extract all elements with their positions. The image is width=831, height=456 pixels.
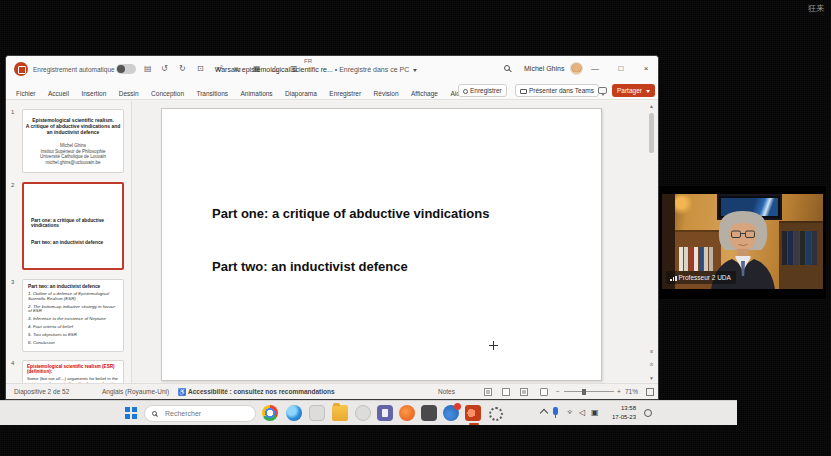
signal-bars-icon bbox=[670, 276, 677, 282]
previous-slide-icon[interactable]: « bbox=[648, 347, 655, 356]
tab-enregistrer[interactable]: Enregistrer bbox=[325, 85, 365, 97]
document-title[interactable]: Warsaw epistemological scientific re... … bbox=[146, 66, 486, 73]
tab-diaporama[interactable]: Diaporama bbox=[281, 85, 321, 97]
thumb4-heading: Epistemological scientific realism (ESR)… bbox=[27, 364, 119, 374]
clock-date: 17-05-23 bbox=[600, 413, 636, 422]
status-bar: Diapositive 2 de 52 Anglais (Royaume-Uni… bbox=[6, 383, 658, 399]
slideshow-view-icon[interactable] bbox=[540, 388, 548, 396]
thumb3-item: 5. Two objections to ESR bbox=[28, 333, 119, 338]
zoom-slider-knob[interactable] bbox=[582, 389, 586, 395]
webcam-overlay[interactable]: Professeur 2 UDA bbox=[659, 186, 826, 299]
slide-counter: Diapositive 2 de 52 bbox=[14, 388, 69, 395]
account-name[interactable]: Michel Ghins bbox=[524, 65, 564, 72]
slide-thumbnail-3[interactable]: Part two: an inductivist defence 1. Outl… bbox=[22, 279, 124, 352]
slide-text-part-one: Part one: a critique of abductive vindic… bbox=[212, 206, 489, 221]
tab-dessin[interactable]: Dessin bbox=[115, 85, 143, 97]
minimize-button[interactable]: — bbox=[586, 61, 604, 77]
file-explorer-icon[interactable] bbox=[332, 405, 348, 421]
powerpoint-taskbar-icon[interactable] bbox=[465, 405, 481, 421]
scroll-down-icon[interactable]: ▼ bbox=[645, 375, 658, 381]
next-slide-icon[interactable]: « bbox=[648, 360, 655, 369]
autosave-toggle[interactable] bbox=[116, 64, 136, 74]
slide-thumbnail-4[interactable]: Epistemological scientific realism (ESR)… bbox=[22, 360, 124, 383]
slide-thumbnail-2-selected[interactable]: Part one: a critique of abductive vindic… bbox=[22, 182, 124, 270]
thumb1-email: michel.ghins@uclouvain.be bbox=[23, 160, 123, 166]
normal-view-icon[interactable] bbox=[484, 388, 492, 396]
maximize-button[interactable]: □ bbox=[612, 61, 630, 77]
crosshair-cursor bbox=[489, 341, 498, 350]
camera-tray-icon[interactable]: ▣ bbox=[591, 408, 599, 417]
tray-chevron-up-icon[interactable] bbox=[540, 409, 548, 417]
share-button[interactable]: Partager bbox=[612, 84, 655, 97]
thumb3-heading: Part two: an inductivist defence bbox=[28, 284, 123, 289]
app-icon-gray[interactable] bbox=[309, 405, 325, 421]
slide-canvas[interactable]: Part one: a critique of abductive vindic… bbox=[161, 108, 602, 381]
search-input[interactable] bbox=[163, 407, 251, 420]
tab-animations[interactable]: Animations bbox=[236, 85, 276, 97]
settings-gear-icon[interactable] bbox=[487, 405, 503, 421]
chrome-icon[interactable] bbox=[262, 405, 278, 421]
vertical-scrollbar[interactable]: ▲ « « ▼ bbox=[645, 101, 658, 383]
scrollbar-thumb[interactable] bbox=[649, 113, 654, 153]
tab-insertion[interactable]: Insertion bbox=[77, 85, 110, 97]
start-button[interactable] bbox=[125, 407, 137, 419]
search-icon[interactable] bbox=[504, 65, 510, 71]
comments-icon[interactable] bbox=[598, 87, 607, 94]
tab-transitions[interactable]: Transitions bbox=[192, 85, 232, 97]
powerpoint-logo-icon bbox=[14, 62, 28, 76]
thumb-number: 3 bbox=[11, 279, 14, 285]
taskbar-search[interactable] bbox=[144, 405, 256, 422]
sorter-view-icon[interactable] bbox=[502, 388, 510, 396]
record-button[interactable]: Enregistrer bbox=[458, 84, 507, 97]
windows-taskbar: ᯤ ◁ ▣ 13:58 17-05-23 bbox=[0, 400, 737, 425]
tab-affichage[interactable]: Affichage bbox=[407, 85, 442, 97]
zoom-level[interactable]: 71% bbox=[625, 388, 638, 395]
zoom-in-icon[interactable]: + bbox=[617, 388, 621, 395]
participant-name: Professeur 2 UDA bbox=[679, 273, 731, 282]
teams-icon[interactable] bbox=[377, 405, 393, 421]
meeting-screen: 狂来 Enregistrement automatique ▤ ↺ ↻ ⊡ x²… bbox=[0, 0, 831, 456]
wifi-icon[interactable]: ᯤ bbox=[567, 408, 575, 417]
autosave-label: Enregistrement automatique bbox=[33, 66, 115, 73]
ribbon-tabs: Fichier Accueil Insertion Dessin Concept… bbox=[6, 82, 658, 100]
fit-to-window-icon[interactable] bbox=[646, 388, 654, 396]
printer-app-icon[interactable] bbox=[421, 405, 437, 421]
language-badge: FR bbox=[304, 58, 312, 64]
accessibility-status[interactable]: Accessibilité : consultez nos recommanda… bbox=[188, 388, 335, 395]
speaker-icon[interactable]: ◁ bbox=[579, 408, 585, 417]
edge-icon[interactable] bbox=[286, 405, 302, 421]
notification-app-icon[interactable] bbox=[443, 405, 459, 421]
tab-accueil[interactable]: Accueil bbox=[44, 85, 73, 97]
zoom-slider[interactable] bbox=[564, 391, 614, 392]
tab-revision[interactable]: Révision bbox=[370, 85, 403, 97]
thumb3-item: 1. Outline of a defence of Epistemologic… bbox=[28, 292, 119, 302]
tab-conception[interactable]: Conception bbox=[147, 85, 188, 97]
avatar[interactable] bbox=[570, 62, 583, 75]
thumb3-item: 2. The bottom-up inductive strategy in f… bbox=[28, 305, 119, 315]
thumb2-line: Part two: an inductivist defence bbox=[31, 240, 122, 245]
reading-view-icon[interactable] bbox=[520, 388, 528, 396]
tab-fichier[interactable]: Fichier bbox=[12, 85, 40, 97]
powerpoint-window: Enregistrement automatique ▤ ↺ ↻ ⊡ x² x₂… bbox=[5, 55, 659, 400]
share-dropdown-icon bbox=[646, 90, 650, 93]
zoom-out-icon[interactable]: − bbox=[556, 388, 560, 395]
taskbar-clock[interactable]: 13:58 17-05-23 bbox=[600, 404, 636, 422]
app-icon-gray-2[interactable] bbox=[355, 405, 371, 421]
thumb1-title-line: an inductivist defence bbox=[23, 129, 123, 135]
slide-thumbnail-1[interactable]: Epistemological scientific realism. A cr… bbox=[22, 109, 124, 173]
language-status[interactable]: Anglais (Royaume-Uni) bbox=[102, 388, 169, 395]
close-button[interactable]: × bbox=[637, 61, 655, 77]
clock-time: 13:58 bbox=[600, 404, 636, 413]
notes-button[interactable]: Notes bbox=[438, 388, 455, 395]
accessibility-icon: ♿ bbox=[178, 388, 186, 396]
monitor-icon bbox=[520, 89, 527, 94]
microphone-tray-icon[interactable] bbox=[553, 407, 558, 415]
scroll-up-icon[interactable]: ▲ bbox=[645, 103, 658, 109]
notification-bell-icon[interactable] bbox=[644, 409, 652, 417]
thumb-number: 4 bbox=[11, 360, 14, 366]
thumb4-body: Some (but not all…) arguments for belief… bbox=[27, 376, 119, 383]
office-app-icon[interactable] bbox=[399, 405, 415, 421]
present-in-teams-button[interactable]: Présenter dans Teams bbox=[515, 84, 599, 97]
slide-thumbnail-panel: 1 Epistemological scientific realism. A … bbox=[6, 101, 132, 383]
record-dot-icon bbox=[463, 89, 468, 94]
